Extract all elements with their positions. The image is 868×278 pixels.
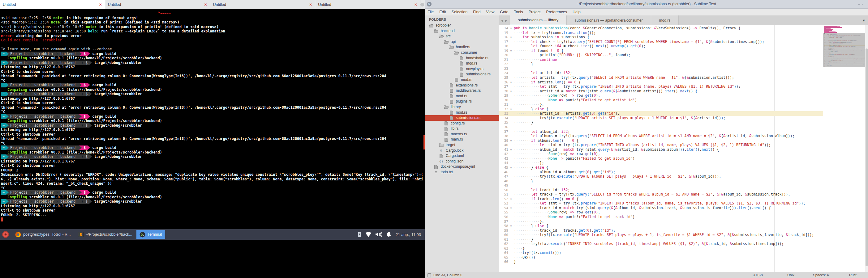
line-number: 36 (499, 125, 508, 130)
sidebar-item-backend[interactable]: backend (425, 28, 499, 34)
sidebar-item-consumer[interactable]: consumer (425, 50, 499, 56)
menu-item-tools[interactable]: Tools (511, 10, 526, 14)
editor-tab[interactable]: submissions.rs — library (510, 15, 567, 25)
sidebar-item-cargo-lock[interactable]: ⚙Cargo.lock (425, 148, 499, 153)
sidebar-item-mod-rs[interactable]: mod.rs (425, 94, 499, 99)
window-buttons[interactable]: –▫ (858, 0, 865, 8)
status-line-endings[interactable]: Unix (787, 272, 795, 278)
sidebar-item-plugins-rs[interactable]: plugins.rs (425, 99, 499, 104)
code-token: len (553, 138, 559, 143)
code-line: 59 ············track_id = tracks.get(0).… (499, 228, 868, 233)
app-launcher-icon[interactable] (2, 231, 9, 238)
close-icon[interactable]: ✕ (204, 2, 207, 7)
terminal-line: To learn more, run the command again wit… (1, 47, 425, 51)
fold-arrow-icon[interactable]: ∨ (508, 35, 514, 40)
fold-arrow-icon[interactable]: ∨ (508, 224, 514, 229)
menu-item-view[interactable]: View (483, 10, 497, 14)
sidebar-item-todo-txt[interactable]: ≡todo.txt (425, 170, 499, 175)
status-indent[interactable]: Spaces: 4 (813, 272, 829, 278)
sidebar-item-main-rs[interactable]: main.rs (425, 137, 499, 142)
sidebar-item-submissions-rs[interactable]: submissions.rs (425, 115, 499, 121)
menu-item-goto[interactable]: Goto (497, 10, 511, 14)
sidebar-item-mod-rs[interactable]: mod.rs (425, 110, 499, 115)
menu-item-project[interactable]: Project (526, 10, 544, 14)
terminal-tab[interactable]: Untitled✕ (0, 0, 105, 9)
status-syntax[interactable]: Rust (849, 272, 857, 278)
sidebar-item-nowplay-rs[interactable]: nowplay.rs (425, 66, 499, 72)
sidebar-item-src[interactable]: src (425, 34, 499, 39)
close-icon[interactable]: ✕ (309, 2, 312, 7)
menu-item-preferences[interactable]: Preferences (544, 10, 570, 14)
code-line: 44 ············}; (499, 161, 868, 165)
sidebar-item-api[interactable]: api (425, 39, 499, 45)
terminal-tab[interactable]: Untitled✕ (210, 0, 315, 9)
sidebar-item-docker-compose-yml[interactable]: docker-compose.yml (425, 164, 499, 170)
battery-icon[interactable] (358, 232, 361, 237)
bell-icon[interactable] (386, 232, 391, 237)
sidebar-item-target[interactable]: target (425, 142, 499, 148)
sidebar-item-middlewares-rs[interactable]: middlewares.rs (425, 88, 499, 94)
code-token (520, 26, 523, 30)
fold-arrow-icon[interactable]: ∨ (508, 197, 514, 202)
menu-item-edit[interactable]: Edit (436, 10, 449, 14)
sidebar-item-config-json[interactable]: {}config.json (425, 159, 499, 164)
fold-arrow-icon[interactable]: ∨ (508, 166, 514, 170)
taskbar-window-button[interactable]: S~/Projects/scrobbler/back... (75, 230, 135, 239)
terminal-tab[interactable]: Untitled✕ (105, 0, 210, 9)
sidebar-item-handshake-rs[interactable]: handshake.rs (425, 56, 499, 61)
taskbar-window-button[interactable]: Terminal (136, 230, 165, 239)
fold-arrow-icon[interactable]: ∨ (508, 148, 514, 152)
terminal-line: nsert.c", line: 424, routine: "_bt_check… (1, 181, 425, 186)
close-icon[interactable]: ✕ (414, 2, 417, 7)
taskbar-window-button[interactable]: postgres::types::ToSql - R... (12, 230, 74, 239)
menu-item-file[interactable]: File (425, 10, 436, 14)
sidebar-item-extensions-rs[interactable]: extensions.rs (425, 83, 499, 88)
fold-arrow-icon (508, 143, 514, 148)
fold-arrow-icon[interactable]: ∨ (508, 89, 514, 94)
fold-arrow-icon[interactable]: ∨ (508, 49, 514, 54)
sidebar-item-scrobbler[interactable]: scrobbler (425, 23, 499, 28)
wifi-icon[interactable] (365, 232, 372, 237)
sidebar-item-submissions-rs[interactable]: submissions.rs (425, 72, 499, 77)
terminal-tab[interactable]: Untitled✕ (315, 0, 421, 9)
sidebar-item-mod-rs[interactable]: mod.rs (425, 61, 499, 66)
fold-arrow-icon[interactable]: ∨ (508, 107, 514, 112)
menu-item-help[interactable]: Help (570, 10, 583, 14)
fold-arrow-icon[interactable]: ∨ (508, 80, 514, 85)
titlebar[interactable]: ✕ ~/Projects/scrobbler/backend/src/libra… (425, 0, 868, 9)
scrollbar-handle[interactable] (866, 48, 868, 266)
fold-arrow-icon[interactable]: ∨ (508, 139, 514, 143)
code-token: (). (604, 44, 611, 48)
sidebar-item-label: middlewares.rs (456, 88, 481, 94)
menu-item-find[interactable]: Find (470, 10, 483, 14)
sidebar-item-handlers[interactable]: handlers (425, 44, 499, 50)
fold-arrow-icon[interactable]: ∨ (508, 206, 514, 211)
vintage-mode-icon[interactable] (428, 273, 431, 277)
prompt-segment: ~ (1, 51, 6, 56)
terminal-output[interactable]: ^~~~~~<std macros>:2:25: 2:56 note: in t… (0, 9, 425, 229)
sidebar-item-config-rs[interactable]: config.rs (425, 121, 499, 126)
nav-forward-icon[interactable]: ▶ (505, 19, 507, 22)
file-icon (434, 165, 438, 169)
code-editor[interactable]: 14∨pub fn handle_submissions(conn: &Gene… (499, 25, 868, 272)
new-tab-icon[interactable] (421, 3, 424, 6)
file-icon (454, 78, 459, 82)
sidebar-item-cargo-toml[interactable]: Cargo.toml (425, 153, 499, 159)
sidebar-item-mod-rs[interactable]: mod.rs (425, 77, 499, 83)
status-encoding[interactable]: UTF-8 (753, 272, 763, 278)
sidebar-item-lib-rs[interactable]: lib.rs (425, 126, 499, 132)
clock[interactable]: 21 апр., 11:03 (396, 232, 421, 237)
editor-tab[interactable]: submissions.rs — api/handlers/consumer (567, 15, 651, 25)
editor-tab[interactable]: mod.rs (651, 15, 679, 25)
fold-arrow-icon[interactable]: ∨ (508, 26, 514, 31)
close-icon[interactable]: ✕ (99, 2, 102, 7)
tab-overflow-icon[interactable]: ▼ (862, 15, 866, 25)
sidebar-item-library[interactable]: library (425, 104, 499, 110)
volume-icon[interactable] (375, 232, 382, 237)
sidebar-item-macros-rs[interactable]: macros.rs (425, 132, 499, 137)
menu-item-selection[interactable]: Selection (449, 10, 470, 14)
editor-scrollbar[interactable] (865, 25, 868, 272)
nav-back-icon[interactable]: ◀ (501, 19, 503, 22)
minimap-viewport[interactable] (823, 33, 865, 67)
minimap[interactable]: 14∨pub fn handle_submissions(conn: &Gene… (823, 25, 865, 155)
